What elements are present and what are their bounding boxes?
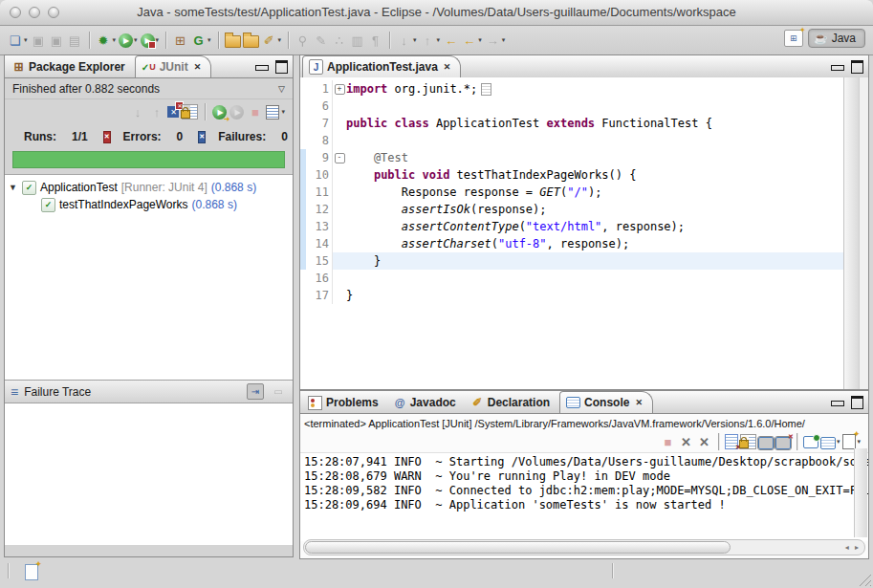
fast-view-icon[interactable] bbox=[25, 564, 38, 580]
close-window-button[interactable] bbox=[10, 7, 21, 18]
zoom-window-button[interactable] bbox=[48, 7, 59, 18]
close-icon[interactable]: ✕ bbox=[444, 62, 451, 72]
open-console-dropdown[interactable]: ▾ bbox=[857, 438, 861, 446]
minimize-window-button[interactable] bbox=[29, 7, 40, 18]
mark-occurrences-icon[interactable]: ✎ bbox=[313, 33, 329, 49]
code-segment: GET bbox=[539, 185, 560, 199]
format-brush-dropdown[interactable]: ▾ bbox=[278, 36, 282, 44]
scroll-lock-icon[interactable] bbox=[182, 104, 198, 120]
junit-tree-item[interactable]: ▼✓ApplicationTest[Runner: JUnit 4](0.868… bbox=[5, 179, 293, 196]
run-icon[interactable] bbox=[119, 33, 133, 48]
close-icon[interactable]: ✕ bbox=[635, 398, 643, 407]
test-run-history-icon[interactable] bbox=[266, 105, 279, 120]
view-menu-chevron-icon[interactable]: ▽ bbox=[278, 84, 285, 94]
save-icon[interactable]: ▣ bbox=[31, 33, 47, 49]
filter-stack-trace-icon[interactable]: ⇥ bbox=[247, 383, 264, 400]
fold-collapse-icon[interactable]: - bbox=[335, 153, 345, 163]
next-annotation-icon[interactable]: ↓ bbox=[396, 33, 412, 49]
minimize-editor-button[interactable] bbox=[831, 65, 844, 71]
test-run-history-dropdown[interactable]: ▾ bbox=[281, 108, 285, 116]
code-area[interactable]: 1+import org.junit.*;67public class Appl… bbox=[300, 77, 843, 389]
new-wizard-icon[interactable]: ❏ bbox=[7, 33, 23, 49]
external-tools-icon[interactable] bbox=[141, 33, 155, 48]
maximize-view-button[interactable] bbox=[275, 60, 288, 74]
stop-test-icon[interactable]: ■ bbox=[247, 104, 263, 120]
editor-vertical-scrollbar[interactable] bbox=[843, 77, 859, 389]
scrollbar-thumb[interactable] bbox=[305, 541, 731, 554]
fold-ruler bbox=[332, 115, 346, 132]
occurrences-icon[interactable]: ∴ bbox=[331, 33, 347, 49]
show-source-icon[interactable]: ▥ bbox=[349, 33, 365, 49]
run-dropdown[interactable]: ▾ bbox=[134, 36, 138, 44]
display-selected-console-icon[interactable] bbox=[820, 437, 836, 449]
back-dropdown[interactable]: ▾ bbox=[478, 36, 482, 44]
previous-failure-icon[interactable]: ↑ bbox=[148, 104, 164, 120]
search-icon[interactable]: ⚲ bbox=[295, 33, 311, 49]
terminate-icon[interactable]: ■ bbox=[660, 434, 676, 450]
remove-all-terminated-icon[interactable]: ✕ bbox=[696, 434, 712, 450]
failures-only-icon[interactable] bbox=[167, 106, 179, 118]
last-edit-location-icon[interactable]: ← bbox=[443, 33, 459, 49]
java-perspective-button[interactable]: ☕ Java bbox=[808, 29, 865, 48]
new-play-project-dropdown[interactable]: ▾ bbox=[207, 36, 211, 44]
next-failure-icon[interactable]: ↓ bbox=[129, 104, 145, 120]
pin-console-icon[interactable] bbox=[803, 436, 818, 448]
show-on-stdout-icon[interactable] bbox=[758, 437, 774, 449]
line-number: 15 bbox=[306, 252, 332, 270]
previous-annotation-icon[interactable]: ↑ bbox=[420, 33, 436, 49]
debug-dropdown[interactable]: ▾ bbox=[113, 36, 117, 44]
view-tab-junit[interactable]: JUnit✕ bbox=[135, 55, 211, 77]
console-tab-console[interactable]: Console✕ bbox=[559, 391, 653, 413]
show-whitespace-icon[interactable]: ¶ bbox=[367, 33, 383, 49]
maximize-console-button[interactable] bbox=[851, 396, 863, 409]
display-selected-console-dropdown[interactable]: ▾ bbox=[837, 438, 840, 446]
back-icon[interactable]: ← bbox=[461, 33, 477, 49]
save-all-icon[interactable]: ▣ bbox=[49, 33, 65, 49]
rerun-test-icon[interactable] bbox=[212, 105, 227, 120]
format-brush-icon[interactable]: ✐ bbox=[261, 33, 277, 49]
minimize-view-button[interactable] bbox=[255, 65, 269, 71]
folded-region-icon[interactable] bbox=[481, 83, 491, 96]
scrollbar-arrows[interactable]: ◂ ▸ bbox=[845, 543, 864, 552]
editor-tab-applicationtest-java[interactable]: ApplicationTest.java✕ bbox=[302, 55, 461, 77]
line-number: 8 bbox=[306, 132, 332, 149]
editor-area[interactable]: 1+import org.junit.*;67public class Appl… bbox=[300, 77, 868, 389]
open-type-icon[interactable] bbox=[225, 35, 241, 48]
open-resource-icon[interactable] bbox=[243, 35, 259, 48]
next-annotation-dropdown[interactable]: ▾ bbox=[413, 36, 417, 44]
console-tab-problems[interactable]: Problems bbox=[302, 392, 388, 413]
console-log[interactable]: 15:28:07,941 INFO ~ Starting /Volumes/Da… bbox=[300, 452, 868, 541]
minimize-console-button[interactable] bbox=[831, 401, 844, 406]
new-java-project-icon[interactable]: ⊞ bbox=[172, 33, 188, 49]
print-icon[interactable]: ▤ bbox=[67, 33, 83, 49]
errors-label: Errors: bbox=[123, 130, 162, 143]
junit-tree-item[interactable]: ✓testThatIndexPageWorks(0.868 s) bbox=[5, 196, 293, 213]
remove-launch-icon[interactable]: ✕ bbox=[678, 434, 694, 450]
editor-overview-ruler[interactable] bbox=[859, 77, 868, 389]
failure-trace-menu-icon[interactable]: ≡ bbox=[11, 384, 18, 400]
console-scroll-lock-icon[interactable] bbox=[740, 434, 756, 449]
forward-dropdown[interactable]: ▾ bbox=[502, 36, 506, 44]
twisty-icon[interactable]: ▼ bbox=[9, 183, 18, 192]
resize-grip-icon[interactable] bbox=[858, 573, 871, 586]
fold-expand-icon[interactable]: + bbox=[335, 84, 345, 95]
maximize-editor-button[interactable] bbox=[851, 60, 863, 74]
console-vertical-scrollbar[interactable] bbox=[854, 448, 867, 537]
console-tab-declaration[interactable]: Declaration bbox=[466, 392, 559, 413]
view-tab-package-explorer[interactable]: Package Explorer bbox=[7, 56, 135, 77]
show-on-stderr-icon[interactable] bbox=[775, 437, 791, 449]
open-perspective-icon[interactable]: ⊞ bbox=[784, 30, 803, 47]
rerun-failed-first-icon[interactable] bbox=[229, 105, 244, 120]
new-play-project-icon[interactable]: G bbox=[190, 33, 207, 49]
close-icon[interactable]: ✕ bbox=[194, 62, 202, 72]
clear-console-icon[interactable] bbox=[725, 434, 738, 449]
external-tools-dropdown[interactable]: ▾ bbox=[156, 36, 160, 44]
code-line: 10 public void testThatIndexPageWorks() … bbox=[300, 166, 843, 184]
new-wizard-dropdown[interactable]: ▾ bbox=[24, 36, 28, 44]
open-console-icon[interactable] bbox=[842, 434, 856, 449]
debug-icon[interactable]: ✹ bbox=[96, 33, 112, 49]
console-horizontal-scrollbar[interactable]: ◂ ▸ bbox=[303, 539, 865, 555]
console-tab-javadoc[interactable]: Javadoc bbox=[388, 392, 466, 413]
previous-annotation-dropdown[interactable]: ▾ bbox=[437, 36, 441, 44]
forward-icon[interactable]: → bbox=[485, 33, 501, 49]
